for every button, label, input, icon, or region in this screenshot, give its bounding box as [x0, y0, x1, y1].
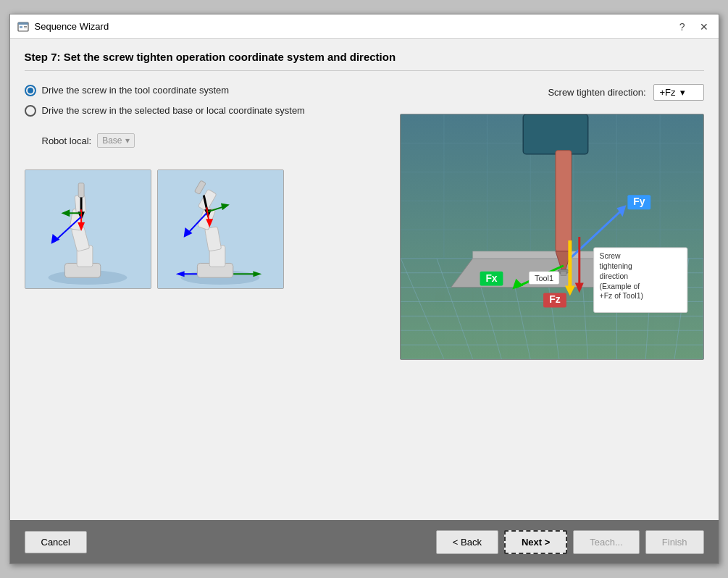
footer-right: < Back Next > Teach... Finish	[436, 530, 704, 554]
svg-text:direction: direction	[599, 272, 628, 280]
svg-text:Tool1: Tool1	[535, 274, 553, 282]
svg-text:tightening: tightening	[599, 262, 632, 270]
radio-1-label: Drive the screw in the tool coordinate s…	[42, 84, 230, 97]
main-content: Drive the screw in the tool coordinate s…	[25, 84, 704, 508]
left-panel: Drive the screw in the tool coordinate s…	[25, 84, 385, 508]
radio-group: Drive the screw in the tool coordinate s…	[25, 84, 385, 117]
svg-rect-12	[78, 183, 84, 198]
svg-rect-4	[24, 28, 27, 28]
cancel-button[interactable]: Cancel	[25, 531, 87, 553]
svg-text:Fz: Fz	[549, 293, 560, 305]
viz-svg: Fx Fy Fz	[401, 114, 703, 359]
main-window: Sequence Wizard ? ✕ Step 7: Set the scre…	[9, 14, 719, 564]
robot-svg-1	[25, 170, 151, 288]
back-button[interactable]: < Back	[436, 530, 498, 554]
svg-text:Fx: Fx	[485, 272, 497, 284]
finish-button[interactable]: Finish	[645, 530, 704, 554]
svg-text:Fy: Fy	[633, 196, 645, 207]
title-bar: Sequence Wizard ? ✕	[10, 14, 719, 39]
help-button[interactable]: ?	[677, 21, 688, 33]
content-area: Step 7: Set the screw tighten operation …	[10, 39, 719, 520]
teach-button[interactable]: Teach...	[573, 530, 640, 554]
svg-rect-76	[555, 151, 571, 251]
svg-rect-3	[24, 26, 27, 27]
direction-dropdown-arrow: ▾	[680, 87, 685, 98]
next-button[interactable]: Next >	[504, 530, 567, 554]
wizard-icon	[17, 21, 29, 33]
robot-local-value: Base	[102, 135, 122, 146]
visualization-box: Fx Fy Fz	[400, 114, 704, 360]
svg-text:Screw: Screw	[599, 252, 620, 260]
step-title: Step 7: Set the screw tighten operation …	[25, 51, 704, 71]
svg-rect-2	[20, 26, 22, 28]
direction-value: +Fz	[660, 87, 676, 98]
svg-rect-79	[560, 272, 566, 276]
direction-label: Screw tighten direction:	[548, 87, 645, 98]
close-button[interactable]: ✕	[697, 21, 711, 33]
robot-svg-2	[158, 170, 283, 288]
robot-image-2	[157, 169, 284, 289]
title-bar-left: Sequence Wizard	[17, 21, 109, 33]
title-bar-controls: ? ✕	[677, 21, 711, 33]
robot-local-row: Robot local: Base ▾	[42, 133, 385, 148]
direction-row: Screw tighten direction: +Fz ▾	[400, 84, 704, 101]
robot-images	[25, 169, 385, 289]
radio-tool-coord[interactable]: Drive the screw in the tool coordinate s…	[25, 84, 385, 97]
radio-2-label: Drive the screw in the selected base or …	[42, 104, 305, 117]
direction-select[interactable]: +Fz ▾	[653, 84, 704, 101]
radio-1-circle[interactable]	[25, 85, 36, 96]
svg-rect-75	[523, 114, 587, 154]
svg-rect-1	[18, 22, 28, 25]
robot-local-label: Robot local:	[42, 135, 92, 146]
footer: Cancel < Back Next > Teach... Finish	[10, 520, 719, 564]
right-panel: Screw tighten direction: +Fz ▾	[400, 84, 704, 508]
svg-text:+Fz of Tool1): +Fz of Tool1)	[599, 292, 643, 300]
footer-left: Cancel	[25, 531, 87, 553]
radio-2-circle[interactable]	[25, 105, 36, 117]
radio-base-coord[interactable]: Drive the screw in the selected base or …	[25, 104, 385, 117]
robot-image-1	[25, 169, 151, 289]
svg-text:(Example of: (Example of	[599, 282, 640, 290]
window-title: Sequence Wizard	[35, 21, 109, 32]
robot-local-dropdown-arrow: ▾	[125, 135, 130, 146]
robot-local-select[interactable]: Base ▾	[97, 133, 134, 148]
